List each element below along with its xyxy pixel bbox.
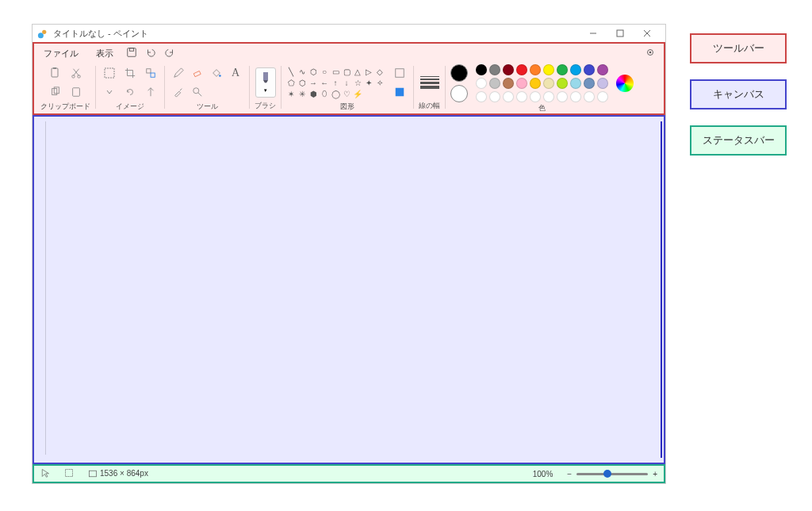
shapes-label: 図形 <box>340 101 354 113</box>
zoom-out-button[interactable]: − <box>567 470 572 478</box>
eyedropper-icon[interactable] <box>170 83 187 101</box>
zoom-in-button[interactable]: + <box>653 470 657 478</box>
vertical-scrollbar[interactable] <box>661 121 662 458</box>
canvas-region[interactable] <box>33 115 665 464</box>
rotate-icon[interactable] <box>121 83 139 101</box>
svg-rect-22 <box>193 71 201 76</box>
svg-rect-27 <box>396 69 404 78</box>
color-swatch[interactable] <box>543 64 554 75</box>
color-swatch[interactable] <box>543 78 554 89</box>
svg-rect-21 <box>151 73 155 77</box>
close-button[interactable] <box>634 25 661 41</box>
color-swatch-empty[interactable] <box>516 91 527 102</box>
group-brush: ▾ ブラシ <box>251 63 279 112</box>
zoom-slider[interactable]: − + <box>567 470 657 478</box>
menu-file[interactable]: ファイル <box>39 46 83 61</box>
svg-line-25 <box>198 93 201 96</box>
tool-label: ツール <box>197 101 218 113</box>
color-swatch[interactable] <box>516 64 527 75</box>
magnifier-icon[interactable] <box>189 83 206 101</box>
brush-dropdown[interactable]: ▾ <box>255 67 276 98</box>
color-swatch[interactable] <box>597 78 608 89</box>
color-swatch[interactable] <box>516 78 527 89</box>
svg-point-23 <box>219 75 221 77</box>
color-swatch-empty[interactable] <box>543 91 554 102</box>
ribbon: クリップボード <box>34 63 664 112</box>
color-swatch[interactable] <box>570 78 581 89</box>
color-swatch[interactable] <box>503 78 514 89</box>
svg-rect-7 <box>129 48 133 52</box>
fill-icon[interactable] <box>208 64 225 82</box>
toolbar-region: ファイル 表示 <box>33 42 665 115</box>
color-swatch[interactable] <box>489 78 500 89</box>
color-swatch[interactable] <box>597 64 608 75</box>
color-primary[interactable] <box>450 64 468 82</box>
color-swatch-empty[interactable] <box>476 91 487 102</box>
svg-rect-30 <box>90 471 97 477</box>
color-swatch[interactable] <box>530 78 541 89</box>
select-rect-icon[interactable] <box>101 64 118 82</box>
canvas-dimensions: 1536 × 864px <box>88 469 148 478</box>
color-swatch-empty[interactable] <box>597 91 608 102</box>
crop-icon[interactable] <box>121 64 139 82</box>
cut-icon[interactable] <box>67 64 85 82</box>
color-swatch-empty[interactable] <box>489 91 500 102</box>
text-icon[interactable]: A <box>227 64 244 82</box>
color-swatch[interactable] <box>476 78 487 89</box>
copy-icon[interactable] <box>47 83 64 101</box>
resize-icon[interactable] <box>142 64 159 82</box>
legend-toolbar: ツールバー <box>690 33 787 63</box>
color-swatch[interactable] <box>557 78 568 89</box>
color-palette[interactable] <box>476 64 608 102</box>
color-swatch-empty[interactable] <box>503 91 514 102</box>
color-swatch-empty[interactable] <box>584 91 595 102</box>
flip-icon[interactable] <box>142 83 159 101</box>
image-label: イメージ <box>116 101 144 113</box>
shape-fill-icon[interactable] <box>391 83 408 101</box>
maximize-button[interactable] <box>607 25 634 41</box>
svg-rect-20 <box>147 69 151 73</box>
settings-icon[interactable] <box>645 47 656 60</box>
pencil-icon[interactable] <box>170 64 187 82</box>
color-swatch[interactable] <box>503 64 514 75</box>
shape-outline-icon[interactable] <box>391 64 408 82</box>
color-secondary[interactable] <box>450 85 468 102</box>
color-swatch-empty[interactable] <box>557 91 568 102</box>
color-swatch[interactable] <box>489 64 500 75</box>
menubar: ファイル 表示 <box>34 44 664 63</box>
svg-point-0 <box>38 33 44 38</box>
minimize-button[interactable] <box>580 25 607 41</box>
save-icon[interactable] <box>126 47 137 60</box>
stroke-width-dropdown[interactable] <box>420 74 439 91</box>
color-swatch-empty[interactable] <box>530 91 541 102</box>
select-dropdown-icon[interactable] <box>101 83 118 101</box>
group-shapes: ╲∿⬡○▭▢△▷◇ ⬠⬡→←↑↓☆✦✧ ✶✳⬢⬯◯♡⚡ 図形 <box>283 63 412 112</box>
svg-rect-26 <box>263 72 268 80</box>
color-swatch[interactable] <box>584 64 595 75</box>
color-swatch[interactable] <box>570 64 581 75</box>
canvas[interactable] <box>45 121 656 455</box>
eraser-icon[interactable] <box>189 64 206 82</box>
redo-icon[interactable] <box>164 47 175 60</box>
menu-view[interactable]: 表示 <box>91 46 118 61</box>
paste-icon[interactable] <box>47 64 64 82</box>
edit-colors-icon[interactable] <box>616 75 634 92</box>
group-image: イメージ <box>98 63 163 112</box>
svg-rect-29 <box>66 470 73 477</box>
color-swatch[interactable] <box>476 64 487 75</box>
svg-rect-28 <box>396 88 404 97</box>
clipboard-icon[interactable] <box>67 83 85 101</box>
window-title: タイトルなし - ペイント <box>53 28 148 40</box>
color-swatch[interactable] <box>530 64 541 75</box>
svg-rect-11 <box>53 67 56 69</box>
titlebar: タイトルなし - ペイント <box>33 25 665 42</box>
color-swatch-empty[interactable] <box>570 91 581 102</box>
group-stroke: 線の幅 <box>416 63 443 112</box>
brush-label: ブラシ <box>255 100 276 112</box>
color-swatch[interactable] <box>584 78 595 89</box>
undo-icon[interactable] <box>145 47 156 60</box>
selection-size-icon <box>64 468 74 479</box>
svg-rect-10 <box>52 68 58 77</box>
shapes-grid[interactable]: ╲∿⬡○▭▢△▷◇ ⬠⬡→←↑↓☆✦✧ ✶✳⬢⬯◯♡⚡ <box>286 67 385 98</box>
color-swatch[interactable] <box>557 64 568 75</box>
